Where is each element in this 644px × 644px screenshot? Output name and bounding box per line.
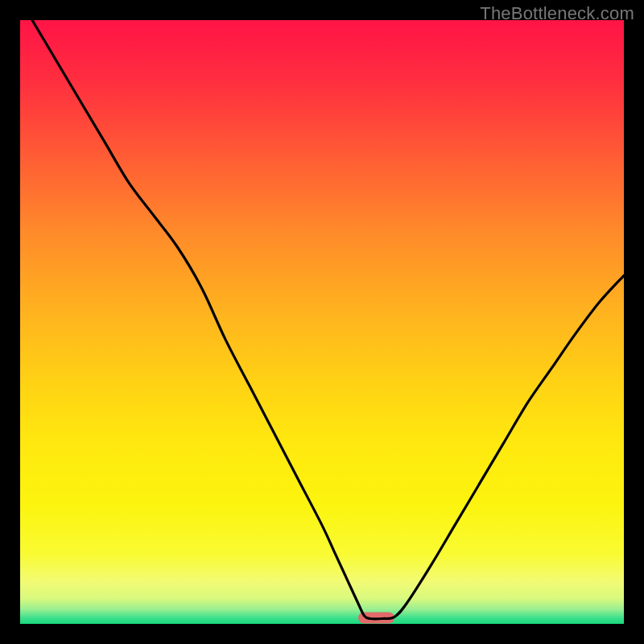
gradient-background bbox=[20, 20, 624, 624]
plot-area bbox=[20, 20, 624, 624]
watermark-text: TheBottleneck.com bbox=[480, 3, 634, 24]
chart-frame: TheBottleneck.com bbox=[0, 0, 644, 644]
chart-svg bbox=[20, 20, 624, 624]
